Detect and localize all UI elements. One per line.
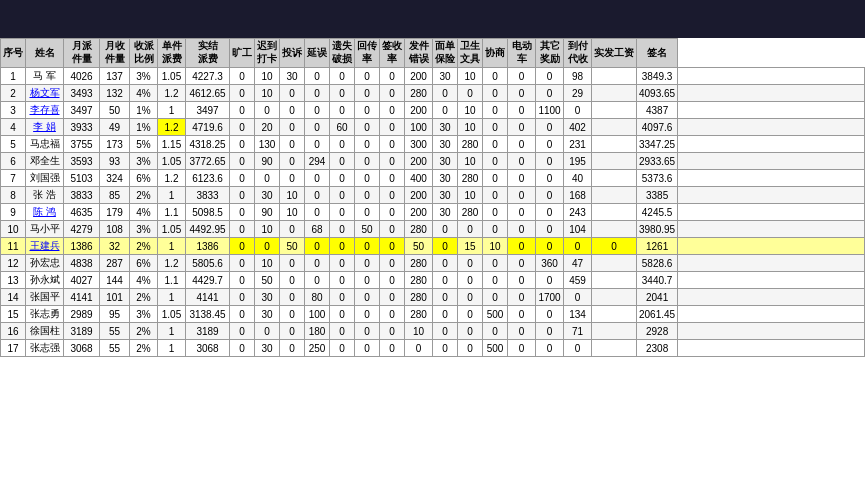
cell-ratio: 2% [130,238,158,255]
cell-advance [592,306,637,323]
cell-send-err: 200 [405,204,433,221]
cell-signature [678,187,865,204]
cell-monthly-recv: 95 [100,306,130,323]
cell-electric: 1700 [536,289,564,306]
cell-electric: 0 [536,238,564,255]
cell-actual: 3138.45 [186,306,230,323]
name-link[interactable]: 李存喜 [30,104,60,115]
cell-negotiate: 0 [508,255,536,272]
table-row: 10马小平42791083%1.054492.95010068050028000… [1,221,865,238]
cell-actual: 3189 [186,323,230,340]
th-monthly-recv: 月收件量 [100,39,130,68]
cell-monthly-send: 3933 [64,119,100,136]
name-link[interactable]: 陈 鸿 [33,206,56,217]
cell-complaint: 0 [280,221,305,238]
cell-signature [678,272,865,289]
cell-late: 90 [255,204,280,221]
cell-electric: 0 [536,170,564,187]
cell-monthly-send: 4838 [64,255,100,272]
cell-late: 30 [255,306,280,323]
cell-other: 231 [564,136,592,153]
cell-insurance: 10 [458,119,483,136]
cell-sanitary: 500 [483,340,508,357]
cell-signature [678,85,865,102]
cell-insurance: 0 [458,221,483,238]
cell-sanitary: 0 [483,221,508,238]
cell-negotiate: 0 [508,153,536,170]
cell-advance [592,68,637,85]
cell-insurance: 280 [458,204,483,221]
th-signature: 签名 [637,39,678,68]
cell-delay: 0 [305,238,330,255]
cell-other: 0 [564,238,592,255]
cell-actual-pay: 4387 [637,102,678,119]
cell-delay: 250 [305,340,330,357]
th-absent: 旷工 [230,39,255,68]
cell-late: 0 [255,170,280,187]
cell-seq: 7 [1,170,26,187]
cell-actual: 5805.6 [186,255,230,272]
table-row: 11王建兵1386322%113860050000050015100000126… [1,238,865,255]
cell-insurance: 0 [458,85,483,102]
cell-monthly-recv: 287 [100,255,130,272]
cell-delay: 0 [305,255,330,272]
cell-electric: 0 [536,306,564,323]
th-late: 迟到打卡 [255,39,280,68]
cell-sanitary: 0 [483,85,508,102]
cell-monthly-recv: 179 [100,204,130,221]
cell-monthly-send: 1386 [64,238,100,255]
cell-invoice: 0 [433,323,458,340]
cell-lost: 0 [330,170,355,187]
cell-advance [592,323,637,340]
cell-delay: 0 [305,170,330,187]
cell-return: 0 [355,204,380,221]
cell-return: 50 [355,221,380,238]
th-complaint: 投诉 [280,39,305,68]
cell-invoice: 0 [433,85,458,102]
cell-ratio: 6% [130,170,158,187]
cell-absent: 0 [230,119,255,136]
table-row: 1马 军40261373%1.054227.301030000020030100… [1,68,865,85]
cell-monthly-recv: 50 [100,102,130,119]
cell-late: 0 [255,238,280,255]
cell-return: 0 [355,170,380,187]
cell-electric: 0 [536,119,564,136]
cell-name: 孙宏忠 [26,255,64,272]
cell-monthly-send: 2989 [64,306,100,323]
cell-lost: 60 [330,119,355,136]
cell-name: 张国平 [26,289,64,306]
cell-negotiate: 0 [508,136,536,153]
cell-sanitary: 0 [483,170,508,187]
cell-negotiate: 0 [508,187,536,204]
cell-other: 168 [564,187,592,204]
cell-ratio: 4% [130,85,158,102]
cell-unit: 1.05 [158,306,186,323]
cell-complaint: 0 [280,153,305,170]
cell-signature [678,119,865,136]
cell-send-err: 280 [405,255,433,272]
cell-advance [592,340,637,357]
cell-delay: 0 [305,204,330,221]
cell-advance [592,102,637,119]
cell-delay: 100 [305,306,330,323]
cell-actual: 6123.6 [186,170,230,187]
th-negotiate: 协商 [483,39,508,68]
cell-signature [678,204,865,221]
cell-lost: 0 [330,323,355,340]
name-link[interactable]: 王建兵 [30,240,60,251]
cell-insurance: 0 [458,272,483,289]
cell-send-err: 0 [405,340,433,357]
cell-absent: 0 [230,153,255,170]
name-link[interactable]: 杨文军 [30,87,60,98]
header-row: 序号 姓名 月派件量 月收件量 收派比例 单件派费 实结派费 旷工 迟到打卡 投… [1,39,865,68]
cell-monthly-recv: 93 [100,153,130,170]
cell-absent: 0 [230,272,255,289]
cell-insurance: 0 [458,323,483,340]
name-link[interactable]: 李 娟 [33,121,56,132]
cell-seq: 17 [1,340,26,357]
cell-late: 0 [255,323,280,340]
cell-absent: 0 [230,204,255,221]
cell-insurance: 0 [458,289,483,306]
cell-monthly-send: 3068 [64,340,100,357]
cell-monthly-recv: 144 [100,272,130,289]
